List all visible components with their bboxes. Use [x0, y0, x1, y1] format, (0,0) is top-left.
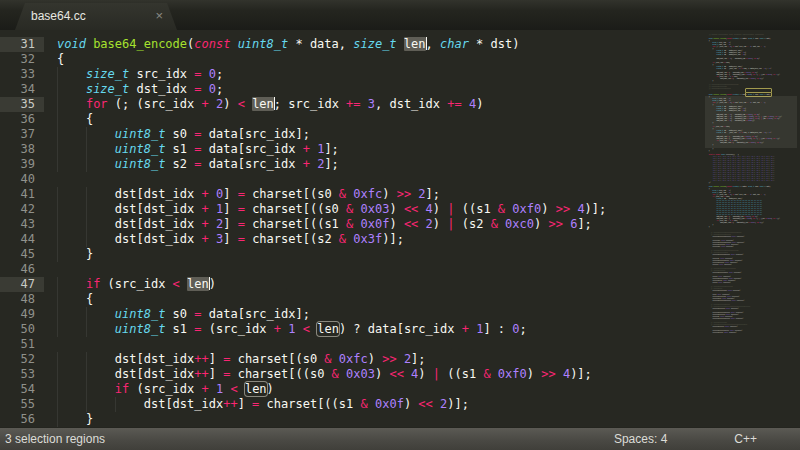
- code-line[interactable]: uint8_t s2 = data[src_idx + 2];: [57, 157, 339, 172]
- line-number[interactable]: 46: [0, 262, 44, 277]
- selected-occurrence: len: [252, 97, 274, 111]
- line-number[interactable]: 44: [0, 232, 44, 247]
- code-line[interactable]: size_t dst_idx = 0;: [57, 82, 223, 97]
- line-number[interactable]: 36: [0, 112, 44, 127]
- code-line[interactable]: {: [57, 292, 93, 307]
- line-number[interactable]: 37: [0, 127, 44, 142]
- code-line[interactable]: if (src_idx < len): [57, 277, 216, 292]
- line-number[interactable]: 53: [0, 367, 44, 382]
- code-line[interactable]: size_t src_idx = 0;: [57, 67, 223, 82]
- code-pane: 31void base64_encode(const uint8_t * dat…: [0, 37, 705, 427]
- status-syntax[interactable]: C++: [734, 432, 757, 446]
- code-line[interactable]: for (; (src_idx + 2) < len; src_idx += 3…: [57, 97, 483, 112]
- tab-title: base64.cc: [31, 3, 86, 30]
- minimap-content: // ###### ########## #### ######## #####…: [707, 30, 797, 334]
- code-line[interactable]: }: [57, 412, 93, 427]
- close-icon[interactable]: ×: [155, 3, 163, 29]
- tab-bar: base64.cc ×: [0, 0, 800, 30]
- selected-occurrence: len: [187, 277, 209, 291]
- line-number[interactable]: 56: [0, 412, 44, 427]
- line-number[interactable]: 41: [0, 187, 44, 202]
- line-number[interactable]: 39: [0, 157, 44, 172]
- code-line[interactable]: uint8_t s1 = (src_idx + 1 < len) ? data[…: [57, 322, 527, 337]
- code-line[interactable]: void base64_encode(const uint8_t * data,…: [57, 37, 519, 52]
- line-number[interactable]: 34: [0, 82, 44, 97]
- line-number[interactable]: 55: [0, 397, 44, 412]
- code-line[interactable]: dst[dst_idx + 1] = charset[((s0 & 0x03) …: [57, 202, 606, 217]
- line-number[interactable]: 54: [0, 382, 44, 397]
- status-indentation[interactable]: Spaces: 4: [614, 432, 667, 446]
- line-number[interactable]: 43: [0, 217, 44, 232]
- line-number[interactable]: 38: [0, 142, 44, 157]
- code-line[interactable]: dst[dst_idx + 2] = charset[((s1 & 0x0f) …: [57, 217, 592, 232]
- line-number[interactable]: 50: [0, 322, 44, 337]
- line-number[interactable]: 48: [0, 292, 44, 307]
- minimap[interactable]: // ###### ########## #### ######## #####…: [705, 30, 797, 427]
- line-number[interactable]: 32: [0, 52, 44, 67]
- code-line[interactable]: }: [57, 247, 93, 262]
- line-number[interactable]: 40: [0, 172, 44, 187]
- code-line[interactable]: uint8_t s0 = data[src_idx];: [57, 127, 310, 142]
- code-line[interactable]: dst[dst_idx++] = charset[(s0 & 0xfc) >> …: [57, 352, 426, 367]
- code-line[interactable]: dst[dst_idx++] = charset[((s0 & 0x03) <<…: [57, 367, 592, 382]
- code-line[interactable]: dst[dst_idx + 3] = charset[(s2 & 0x3f)];: [57, 232, 404, 247]
- line-number[interactable]: 52: [0, 352, 44, 367]
- line-number[interactable]: 31: [0, 37, 44, 52]
- matched-occurrence: len: [245, 382, 267, 396]
- code-line[interactable]: uint8_t s1 = data[src_idx + 1];: [57, 142, 339, 157]
- status-right-group: Spaces: 4 C++: [614, 432, 800, 446]
- line-number[interactable]: 35: [0, 97, 44, 112]
- editor-area: 31void base64_encode(const uint8_t * dat…: [0, 30, 800, 427]
- code-line[interactable]: uint8_t s0 = data[src_idx];: [57, 307, 310, 322]
- code-line[interactable]: {: [57, 112, 93, 127]
- tab-base64cc[interactable]: base64.cc ×: [15, 3, 177, 30]
- line-number[interactable]: 33: [0, 67, 44, 82]
- line-number[interactable]: 47: [0, 277, 44, 292]
- code-line[interactable]: dst[dst_idx++] = charset[((s1 & 0x0f) <<…: [57, 397, 469, 412]
- line-number[interactable]: 51: [0, 337, 44, 352]
- minimap-viewport[interactable]: [705, 96, 797, 148]
- selected-occurrence: len: [404, 37, 426, 51]
- line-number[interactable]: 45: [0, 247, 44, 262]
- line-number[interactable]: 49: [0, 307, 44, 322]
- line-number[interactable]: 42: [0, 202, 44, 217]
- code-line[interactable]: {: [57, 52, 64, 67]
- code-line[interactable]: dst[dst_idx + 0] = charset[(s0 & 0xfc) >…: [57, 187, 440, 202]
- status-bar: 3 selection regions Spaces: 4 C++: [0, 427, 800, 450]
- code-line[interactable]: if (src_idx + 1 < len): [57, 382, 274, 397]
- sublime-text-window: base64.cc × 31void base64_encode(const u…: [0, 0, 800, 450]
- matched-occurrence: len: [317, 322, 339, 336]
- status-selection-count: 3 selection regions: [0, 432, 105, 446]
